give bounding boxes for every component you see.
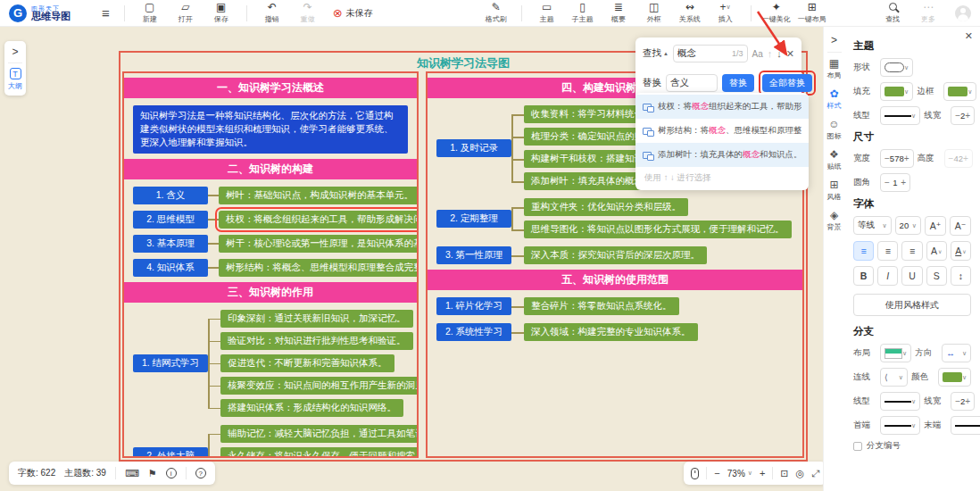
radius-stepper[interactable]: −1+ <box>880 173 910 192</box>
replace-all-button[interactable]: 全部替换 <box>762 74 812 92</box>
zoom-out-icon[interactable]: − <box>714 468 719 479</box>
map-leaf-node[interactable]: 验证对比：对知识进行批判性思考和验证。 <box>220 332 413 350</box>
map-leaf-node[interactable]: 树干：核心理论或第一性原理，是知识体系的基础。 <box>219 235 419 253</box>
open-button[interactable]: ▱ 打开 <box>171 2 200 24</box>
map-topic-node[interactable]: 2. 思维模型 <box>133 211 208 229</box>
find-button[interactable]: 查找 <box>878 2 907 24</box>
align-right-button[interactable]: ≡ <box>901 241 922 261</box>
line-type-dropdown[interactable]: ∨ <box>880 106 920 125</box>
align-left-button[interactable]: ≡ <box>853 241 874 261</box>
find-input[interactable] <box>677 48 732 59</box>
font-color-dropdown[interactable]: A∨ <box>926 241 947 261</box>
width-stepper[interactable]: −578+ <box>880 149 914 168</box>
font-family-dropdown[interactable]: 等线∨ <box>853 216 892 235</box>
map-leaf-node[interactable]: 重构文件夹：优化知识分类和层级。 <box>524 198 688 216</box>
map-topic-node[interactable]: 3. 第一性原理 <box>436 246 511 264</box>
map-leaf-node[interactable]: 促进迭代：不断更新和完善知识体系。 <box>220 354 394 372</box>
highlight-color-dropdown[interactable]: A∨ <box>951 241 971 261</box>
find-result-item[interactable]: 添加树叶：填充具体的概念和知识点。 <box>635 143 809 167</box>
info-icon[interactable]: i <box>166 468 177 479</box>
section-heading[interactable]: 二、知识树的构建 <box>124 159 417 179</box>
tab-icons[interactable]: ☺ 图标 <box>827 119 842 141</box>
underline-button[interactable]: U <box>901 266 922 286</box>
format-painter-button[interactable]: ✎ 格式刷 <box>482 2 511 24</box>
relation-line-button[interactable]: ↭ 关系线 <box>676 2 704 24</box>
subtopic-button[interactable]: ▯ 子主题 <box>569 2 597 24</box>
line-width-stepper[interactable]: −2+ <box>951 106 975 125</box>
next-match-icon[interactable]: ↓ <box>777 48 782 59</box>
font-decrease-button[interactable]: A⁻ <box>950 216 971 236</box>
tab-stickers[interactable]: ❖ 贴纸 <box>827 149 842 171</box>
map-leaf-node[interactable]: 搭建知识体系：形成结构化的知识网络。 <box>220 399 403 417</box>
center-view-icon[interactable]: ◎ <box>796 468 805 479</box>
map-topic-node[interactable]: 1. 及时记录 <box>436 139 511 157</box>
close-icon[interactable]: ✕ <box>965 30 973 42</box>
map-leaf-node-selected[interactable]: 枝杈：将概念组织起来的工具，帮助形成解决问题的策略。 <box>219 211 419 229</box>
insert-button[interactable]: + ∨ 插入 <box>711 2 740 24</box>
close-icon[interactable]: ✕ <box>786 48 794 60</box>
save-button[interactable]: ▣ 保存 <box>207 2 236 24</box>
use-theme-style-button[interactable]: 使用风格样式 <box>853 294 971 316</box>
section-heading[interactable]: 五、知识树的使用范围 <box>428 270 802 290</box>
replace-button[interactable]: 替换 <box>722 74 754 92</box>
fill-color-dropdown[interactable]: ∨ <box>880 82 913 101</box>
map-topic-node[interactable]: 1. 含义 <box>133 187 208 204</box>
flag-icon[interactable]: ⚑ <box>148 468 157 479</box>
undo-button[interactable]: ↶ 撤销 <box>258 2 287 24</box>
connector-style-dropdown[interactable]: ⟨∨ <box>880 368 908 387</box>
line-height-button[interactable]: ↕ <box>951 266 971 286</box>
map-leaf-node[interactable]: 印象深刻：通过关联新旧知识，加深记忆。 <box>220 310 413 328</box>
fit-screen-icon[interactable]: ⊡ <box>780 468 788 479</box>
map-topic-node[interactable]: 2. 定期整理 <box>436 210 511 228</box>
map-topic-node[interactable]: 4. 知识体系 <box>133 259 208 277</box>
plus-icon[interactable]: + <box>965 111 970 121</box>
map-topic-node[interactable]: 1. 结网式学习 <box>133 354 208 372</box>
tab-theme-style[interactable]: ⊞ 风格 <box>827 179 842 202</box>
map-intro-node[interactable]: 知识树学习法是一种将知识结构化、层次化的方法，它通过构建类似树状的模型来组织和梳… <box>133 105 408 154</box>
find-result-item[interactable]: 树形结构：将概念、思维模型和原理整合成完整的... <box>635 119 809 143</box>
expand-left-panel-icon[interactable]: > <box>12 46 18 58</box>
map-leaf-node[interactable]: 整合碎片：将零散知识点系统化。 <box>524 297 679 315</box>
strikethrough-button[interactable]: S <box>926 266 947 286</box>
find-label[interactable]: 查找▲ <box>643 47 669 60</box>
map-leaf-node[interactable]: 树叶：基础知识点，构成知识树的基本单元。 <box>219 187 419 204</box>
one-click-layout-button[interactable]: ⊞ 一键布局 <box>798 2 826 24</box>
line-start-dropdown[interactable]: ∨ <box>880 416 920 435</box>
replace-input[interactable] <box>670 78 713 88</box>
section-heading[interactable]: 三、知识树的作用 <box>124 282 417 303</box>
help-icon[interactable]: ? <box>195 468 206 479</box>
mouse-mode-icon[interactable] <box>691 468 699 479</box>
fullscreen-icon[interactable]: ⤢ <box>811 468 819 479</box>
branch-line-type-dropdown[interactable]: ∨ <box>880 392 920 411</box>
topic-button[interactable]: ▭ 主题 <box>533 2 561 24</box>
one-click-beautify-button[interactable]: ✦ 一键美化 <box>762 2 791 24</box>
branch-numbering-toggle[interactable]: 分支编号 <box>853 440 971 452</box>
map-leaf-node[interactable]: 树形结构：将概念、思维模型和原理整合成完整的知识框架。 <box>219 259 419 277</box>
keyboard-shortcuts-icon[interactable]: ⌨ <box>125 468 139 479</box>
zoom-in-icon[interactable]: + <box>760 468 765 479</box>
branch-layout-dropdown[interactable]: ∨ <box>880 344 911 362</box>
tab-background[interactable]: ◈ 背景 <box>827 210 842 232</box>
line-end-dropdown[interactable]: ∨ <box>951 416 980 435</box>
map-leaf-node[interactable]: 辅助记忆：减轻大脑记忆负担，通过工具如笔记软件记录。 <box>220 425 419 443</box>
outline-button[interactable]: T 大纲 <box>8 68 22 91</box>
user-avatar[interactable] <box>955 5 971 21</box>
shape-dropdown[interactable]: ∨ <box>880 58 913 77</box>
map-leaf-node[interactable]: 核聚变效应：知识点间的相互作用产生新的洞见。 <box>220 377 419 395</box>
font-increase-button[interactable]: A⁺ <box>925 216 946 236</box>
font-size-dropdown[interactable]: 20∨ <box>895 216 921 235</box>
zoom-level-dropdown[interactable]: 73%∨ <box>727 469 752 479</box>
map-leaf-node[interactable]: 深入领域：构建完整的专业知识体系。 <box>524 323 698 341</box>
bold-button[interactable]: B <box>853 266 874 286</box>
menu-icon[interactable]: ≡ <box>102 5 110 21</box>
italic-button[interactable]: I <box>877 266 898 286</box>
find-result-item[interactable]: 枝杈：将概念组织起来的工具，帮助形成解决问题... <box>635 95 809 119</box>
branch-color-dropdown[interactable]: ∨ <box>938 368 971 387</box>
tab-style[interactable]: ✿ 样式 <box>827 88 842 111</box>
branch-line-width-stepper[interactable]: −2+ <box>951 392 975 411</box>
collapse-right-panel-icon[interactable]: > <box>831 34 837 46</box>
branch-direction-dropdown[interactable]: ↔∨ <box>942 344 971 362</box>
map-leaf-node[interactable]: 深入本质：探究知识背后的深层次原理。 <box>524 246 707 264</box>
new-button[interactable]: ▢ 新建 <box>136 2 164 24</box>
align-center-button[interactable]: ≡ <box>877 241 898 261</box>
